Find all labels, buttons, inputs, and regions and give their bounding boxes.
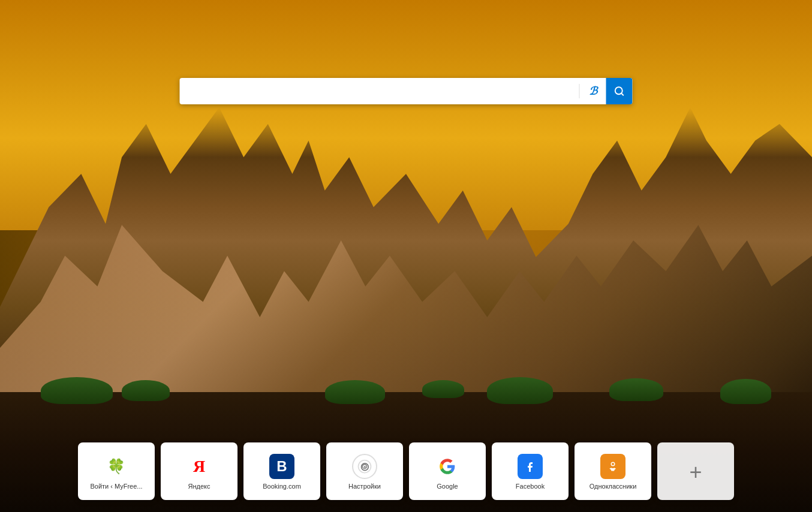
tile-settings-label: Настройки [348, 483, 381, 490]
add-icon: + [683, 460, 708, 485]
yandex-icon: Я [187, 454, 212, 479]
tile-yandex-label: Яндекс [188, 483, 210, 490]
facebook-icon [518, 454, 543, 479]
settings-icon: ⊙ [352, 454, 377, 479]
bing-logo: ℬ [580, 78, 606, 104]
search-input[interactable] [180, 78, 579, 104]
tile-facebook-label: Facebook [516, 483, 545, 490]
search-container: ℬ [180, 78, 633, 104]
tile-google[interactable]: Google [409, 442, 486, 500]
tile-myfree[interactable]: 🍀 Войти ‹ MyFree... [78, 442, 155, 500]
search-button[interactable] [606, 78, 633, 104]
tile-yandex[interactable]: Я Яндекс [161, 442, 237, 500]
ok-icon [600, 454, 625, 479]
svg-line-1 [621, 93, 623, 95]
tile-facebook[interactable]: Facebook [492, 442, 569, 500]
tile-ok-label: Одноклассники [590, 483, 637, 490]
google-icon [435, 454, 460, 479]
tile-booking-label: Booking.com [263, 483, 301, 490]
vegetation-layer [0, 356, 812, 404]
tile-settings[interactable]: ⊙ Настройки [326, 442, 403, 500]
myfree-icon: 🍀 [104, 454, 129, 479]
booking-icon: B [269, 454, 294, 479]
search-bar: ℬ [180, 78, 633, 104]
tiles-container: 🍀 Войти ‹ MyFree... Я Яндекс B Booking.c… [78, 442, 734, 500]
tile-add[interactable]: + [657, 442, 734, 500]
svg-point-8 [612, 463, 614, 465]
ok-svg [606, 459, 620, 474]
bing-icon: ℬ [589, 85, 597, 98]
facebook-svg [523, 459, 537, 474]
tile-google-label: Google [437, 483, 458, 490]
tile-booking[interactable]: B Booking.com [243, 442, 320, 500]
svg-rect-6 [606, 459, 620, 474]
search-icon [614, 86, 625, 97]
tile-myfree-label: Войти ‹ MyFree... [90, 483, 142, 490]
tile-ok[interactable]: Одноклассники [575, 442, 651, 500]
google-svg [439, 458, 456, 475]
